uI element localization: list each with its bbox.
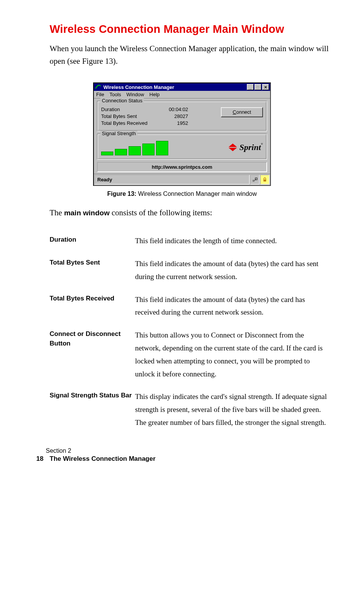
connection-status-group: Connection Status Duration 00:04:02 Tota… — [97, 101, 267, 131]
page-footer: Section 2 18 The Wireless Connection Man… — [34, 447, 330, 463]
menu-window[interactable]: Window — [126, 92, 144, 97]
url-bar[interactable]: http://www.sprintpcs.com — [97, 162, 267, 172]
connect-button[interactable]: Connect — [221, 107, 263, 117]
signal-strength-legend: Signal Strength — [100, 131, 137, 136]
status-bar: Ready — [94, 174, 270, 185]
def-term-duration: Duration — [50, 234, 135, 245]
svg-rect-0 — [253, 180, 254, 182]
svg-rect-3 — [264, 179, 266, 181]
signal-bar-5 — [156, 141, 168, 155]
duration-label: Duration — [101, 107, 162, 112]
signal-bar-4 — [142, 144, 155, 155]
window-title: Wireless Connection Manager — [103, 84, 246, 90]
tray-network-icon[interactable] — [250, 175, 259, 184]
signal-bar-3 — [129, 146, 141, 155]
def-term-sent: Total Bytes Sent — [50, 257, 135, 268]
def-term-signal: Signal Strength Status Bar — [50, 390, 135, 400]
app-window: Wireless Connection Manager _ □ ✕ File T… — [93, 82, 271, 186]
def-term-connect: Connect or Disconnect Button — [50, 329, 135, 348]
signal-bar-1 — [101, 152, 113, 155]
sprint-logo: Sprint® — [228, 142, 263, 152]
close-button[interactable]: ✕ — [262, 84, 269, 90]
signal-strength-group: Signal Strength Sprint® — [97, 134, 267, 160]
figure-caption: Figure 13: Wireless Connection Manager m… — [34, 190, 330, 197]
bytes-received-label: Total Bytes Received — [101, 120, 162, 126]
menu-tools[interactable]: Tools — [110, 92, 121, 97]
duration-value: 00:04:02 — [162, 107, 188, 112]
signal-bars — [101, 139, 224, 155]
def-desc-connect: This button allows you to Connect or Dis… — [135, 329, 330, 380]
definitions-list: Duration This field indicates the length… — [50, 234, 330, 429]
def-desc-sent: This field indicates the amount of data … — [135, 257, 330, 283]
def-desc-received: This field indicates the amount of data … — [135, 293, 330, 319]
connection-status-legend: Connection Status — [100, 98, 144, 103]
menubar: File Tools Window Help — [94, 91, 270, 98]
signal-bar-2 — [115, 149, 127, 155]
page-heading: Wireless Connection Manager Main Window — [50, 23, 330, 36]
def-desc-signal: This display indicates the card's signal… — [135, 390, 330, 429]
page-number: 18 — [34, 455, 43, 463]
titlebar: Wireless Connection Manager _ □ ✕ — [94, 83, 270, 91]
def-term-received: Total Bytes Received — [50, 293, 135, 304]
menu-help[interactable]: Help — [150, 92, 160, 97]
bytes-sent-value: 28027 — [162, 113, 188, 119]
maximize-button[interactable]: □ — [254, 84, 261, 90]
bytes-received-value: 1952 — [162, 120, 188, 126]
app-icon — [95, 85, 101, 89]
status-text: Ready — [95, 175, 250, 184]
tray-lock-icon[interactable] — [260, 175, 269, 184]
footer-chapter: The Wireless Connection Manager — [50, 455, 156, 463]
bytes-sent-label: Total Bytes Sent — [101, 113, 162, 119]
minimize-button[interactable]: _ — [247, 84, 254, 90]
menu-file[interactable]: File — [96, 92, 104, 97]
footer-section: Section 2 — [46, 447, 330, 454]
intro-paragraph: When you launch the Wireless Connection … — [50, 42, 330, 67]
consists-paragraph: The main window consists of the followin… — [50, 208, 330, 218]
def-desc-duration: This field indicates the length of time … — [135, 234, 330, 247]
sprint-diamond-icon — [228, 143, 237, 152]
